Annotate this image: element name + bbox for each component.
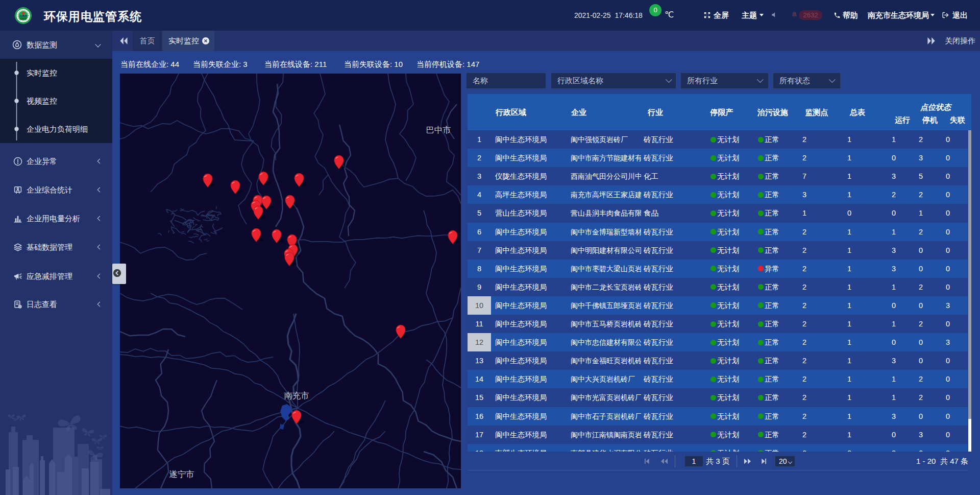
svg-text:遂宁市: 遂宁市: [169, 469, 194, 479]
